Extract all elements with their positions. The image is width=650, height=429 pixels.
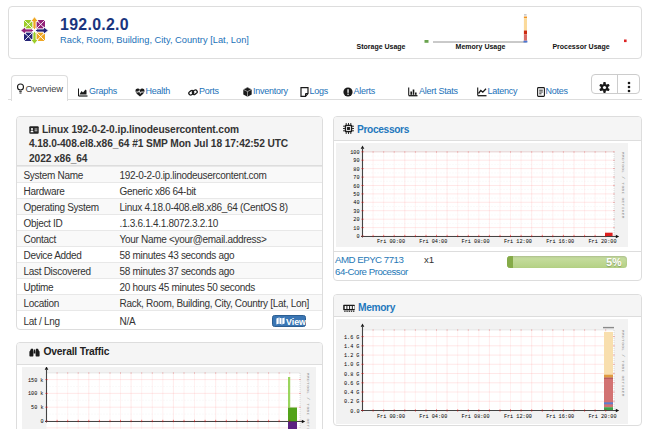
svg-text:Memory Usage: Memory Usage [456, 43, 506, 51]
svg-text:Fri 04:00: Fri 04:00 [419, 414, 447, 420]
svg-text:Fri 16:00: Fri 16:00 [546, 239, 574, 245]
svg-text:1.2 G: 1.2 G [344, 353, 360, 359]
svg-text:150 k: 150 k [28, 378, 44, 384]
svg-text:80: 80 [353, 167, 359, 173]
svg-text:Fri 08:00: Fri 08:00 [462, 239, 490, 245]
svg-text:20: 20 [353, 217, 359, 223]
svg-text:RRDTOOL / TOBI OETIKER: RRDTOOL / TOBI OETIKER [621, 330, 626, 397]
svg-text:1.4 G: 1.4 G [344, 344, 360, 350]
svg-text:70: 70 [353, 175, 359, 181]
svg-text:Fri 20:00: Fri 20:00 [588, 239, 616, 245]
svg-text:60: 60 [353, 184, 359, 190]
svg-text:RRDTOOL / TOBI OETIKER: RRDTOOL / TOBI OETIKER [621, 152, 626, 219]
svg-text:0: 0 [40, 419, 43, 425]
svg-text:Fri 00:00: Fri 00:00 [377, 414, 405, 420]
svg-text:40: 40 [353, 200, 359, 206]
svg-text:30: 30 [353, 209, 359, 215]
svg-text:Fri 20:00: Fri 20:00 [588, 414, 616, 420]
svg-text:1.6 G: 1.6 G [344, 335, 360, 341]
svg-text:10: 10 [353, 226, 359, 232]
svg-text:Fri 16:00: Fri 16:00 [546, 414, 574, 420]
svg-text:0.0: 0.0 [350, 409, 359, 415]
svg-text:0.2 G: 0.2 G [344, 399, 360, 405]
svg-text:Fri 12:00: Fri 12:00 [504, 239, 532, 245]
svg-text:Fri 04:00: Fri 04:00 [419, 239, 447, 245]
svg-text:Storage Usage: Storage Usage [356, 43, 405, 51]
svg-text:0.4 G: 0.4 G [344, 390, 360, 396]
svg-text:100 k: 100 k [28, 391, 44, 397]
svg-text:100: 100 [350, 150, 359, 156]
svg-text:Fri 00:00: Fri 00:00 [377, 239, 405, 245]
svg-text:Processor Usage: Processor Usage [552, 43, 609, 51]
svg-text:0.6 G: 0.6 G [344, 381, 360, 387]
svg-text:RRDTOOL / TOBI OETIKER: RRDTOOL / TOBI OETIKER [306, 373, 311, 429]
svg-text:50 k: 50 k [31, 405, 43, 411]
svg-text:Fri 08:00: Fri 08:00 [462, 414, 490, 420]
svg-text:Fri 12:00: Fri 12:00 [504, 414, 532, 420]
svg-text:0.8 G: 0.8 G [344, 372, 360, 378]
svg-text:1.0 G: 1.0 G [344, 362, 360, 368]
svg-text:90: 90 [353, 158, 359, 164]
svg-text:50: 50 [353, 192, 359, 198]
svg-text:0: 0 [356, 234, 359, 240]
